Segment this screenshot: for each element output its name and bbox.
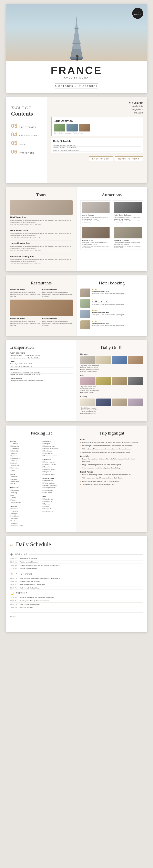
activity-11: Return to the hotel <box>20 607 33 608</box>
attr-img-0 <box>82 202 110 213</box>
outfit-morning-desc: • Top: White cotton short-sleeve• Bottom… <box>80 365 143 372</box>
highlight-item-riviera-2: Explore the old town of Antibes and its … <box>80 480 143 483</box>
cover-subtitle: TRAVEL ITINERARY <box>10 76 143 79</box>
attractions-grid: Louvre Museum Lorem ipsum dolor sit amet… <box>80 200 143 249</box>
hotel-section: Hotel booking ★★★★ Hotel Name Goes Here … <box>77 275 147 336</box>
highlight-item-loire-0: Explore the magnificent châteaux of the … <box>80 458 143 463</box>
easy-to-edit-button[interactable]: EASY TO EDIT <box>89 156 113 161</box>
pack-items-toiletries: Toothbrush Toothpaste Shampoo Conditione… <box>10 508 40 527</box>
highlight-item-paris-3: Stroll through the charming streets of M… <box>80 451 143 454</box>
toc-item-tours: 05 Tours <box>11 140 42 146</box>
hotel-item-2: ★★★★ Hotel Name Goes Here Lorem ipsum do… <box>80 310 143 318</box>
transport-outfit-page: Transportation FLIGHT DIRECTIONS Lorem i… <box>6 340 147 422</box>
pack-items-shoes: Sneakers Sandals Dress shoes Flip flops <box>10 475 40 486</box>
attr-desc-1: Lorem ipsum dolor sit amet, these will f… <box>114 216 142 220</box>
tour-item-0: Eiffel Tower Tour Lorem ipsum dolor sit … <box>10 216 73 225</box>
time-1: 09:30 AM <box>10 561 17 563</box>
ds-page-number: 04 <box>10 544 13 547</box>
attr-card-1: Notre-Dame Cathedral Lorem ipsum dolor s… <box>113 200 143 224</box>
pack-cat-shoes: Shoes <box>10 473 40 475</box>
tour-name-2: Louvre Museum Tour <box>10 242 73 245</box>
restaurant-image <box>10 300 73 316</box>
restaurants-grid: Restaurant Name Lorem ipsum dolor sit am… <box>10 288 73 297</box>
outfit-item-shirt <box>80 356 95 364</box>
svg-rect-4 <box>72 43 81 44</box>
outfit-morning-label: Morning <box>80 353 143 355</box>
ferry-label: FERRY TICKETS <box>10 377 73 379</box>
rest-desc-2: Lorem ipsum dolor sit amet, consectetur … <box>10 320 40 326</box>
outfit-item-shoe <box>112 356 127 364</box>
outfit-item-sandals <box>112 377 127 385</box>
pack-items-misc: Reusable bag Travel pillow Eye mask Snac… <box>42 498 73 513</box>
flight-row-1: Lorem ipsum dolor sit amet · Duration: 2… <box>10 357 73 359</box>
svg-rect-9 <box>77 58 78 61</box>
ds-preview-row-3: 01:30 PMWalk down Champs-Élysées <box>53 149 141 152</box>
toc-label-trip: Trip overview <box>19 126 36 129</box>
hotel-desc-3: Lorem ipsum dolor sit amet, consecutive … <box>92 324 124 327</box>
highlight-item-paris-0: Offer a stunning panoramic view that beg… <box>80 441 143 444</box>
eiffel-tower-icon <box>66 17 87 61</box>
daily-schedule-preview-title: Daily Schedule <box>53 140 141 143</box>
pack-items-accessories: Sunglasses Hat / cap Belt Jewelry Watch … <box>10 489 40 504</box>
hotel-img-0 <box>80 288 90 297</box>
time-4: 01:30 PM <box>10 577 17 579</box>
restaurant-item-0: Restaurant Name Lorem ipsum dolor sit am… <box>10 288 40 297</box>
attr-detail-3: Duration: 2 hrs Franc Price: $25 per per… <box>114 246 142 248</box>
activity-2: Explore Montmartre and visit the Basilic… <box>20 564 61 566</box>
tour-desc-2: Lorem ipsum dolor sit amet, consectetur … <box>10 245 73 250</box>
outfit-item-sunglasses <box>128 377 143 385</box>
time-9: 09:00 PM <box>10 600 17 602</box>
evening-entry-1: 09:00 PM Evening stroll through the hist… <box>10 599 143 602</box>
availability-info: A4 + US Letter Available in Google Docs … <box>51 101 143 115</box>
packing-col-right: Documents Passport Travel insurance Book… <box>42 439 73 527</box>
toc-label-attr: Attractions <box>19 152 34 154</box>
ready-to-print-button[interactable]: READY TO PRINT <box>115 156 143 161</box>
hotel-name-0: Hotel Name Goes Here <box>92 290 124 292</box>
pack-cat-electronics: Electronics <box>42 459 73 461</box>
outfit-item-dress <box>80 377 95 385</box>
trip-highlight-title: Trip highlight <box>80 430 143 436</box>
time-6: 04:30 PM <box>10 584 17 586</box>
cover-text-block: FRANCE TRAVEL ITINERARY 5 OCTOBER - 12 O… <box>6 61 147 93</box>
attr-card-3: Palace of Versailles Lorem ipsum dolor s… <box>113 226 143 249</box>
tour-detail-0: Price: $50 per person Duration: 2 hrs, D… <box>10 224 73 225</box>
pack-cat-documents: Documents <box>42 440 73 442</box>
packing-section: Packing list Clothing T-shirts (5) Blous… <box>6 426 77 532</box>
hotel-img-1 <box>80 299 90 308</box>
afternoon-entry-0: 01:30 PM Walk down the Champs-Élysées to… <box>10 577 143 580</box>
toc-item-attr: 06 Attractions <box>11 149 42 155</box>
svg-marker-0 <box>75 17 78 29</box>
ds-preview-row-1: 08:00 AMBreakfast at a local café <box>53 144 141 147</box>
highlight-cat-paris: Paris <box>80 439 143 441</box>
time-11: 11:00 PM <box>10 607 17 608</box>
pack-items-clothing: T-shirts (5) Blouses (3) Trousers (2) Sh… <box>10 442 40 472</box>
morning-entry-2: 11:00 AM Explore Montmartre and visit th… <box>10 564 143 567</box>
outfit-morning: Morning • Top: White cotton short-sleeve… <box>80 353 143 372</box>
toc-right: A4 + US Letter Available in Google Docs … <box>47 97 147 183</box>
tours-title: Tours <box>10 192 73 197</box>
outfit-evening-grid <box>80 399 143 406</box>
attr-name-3: Palace of Versailles <box>114 240 142 241</box>
tour-desc-1: Lorem ipsum dolor sit amet, consectetur … <box>10 232 73 237</box>
toc-label-tours: Tours <box>19 143 27 146</box>
activity-0: Breakfast at a local café <box>20 558 37 560</box>
afternoon-entry-2: 04:30 PM Walk from the hotel to Rantom c… <box>10 583 143 586</box>
tours-attractions-page: Tours Eiffel Tower Tour Lorem ipsum dolo… <box>6 187 147 271</box>
attr-desc-2: Lorem ipsum dolor sit amet, these will f… <box>82 242 110 245</box>
tour-item-3: Montmartre Walking Tour Lorem ipsum dolo… <box>10 255 73 264</box>
hotel-item-1: ★★★★ Hotel Name Goes Here Lorem ipsum do… <box>80 299 143 308</box>
pack-cat-misc: Misc <box>42 496 73 497</box>
activity-7: Walk through De Saint-Louis <box>20 587 40 589</box>
sun-icon: ☀ <box>10 553 13 556</box>
activity-3: Visit the Musée d'Orsay <box>20 568 37 569</box>
preview-caption: Day 1 - Giverny Loire Valley French Rivi… <box>54 132 140 134</box>
tour-name-1: Seine River Cruise <box>10 229 73 232</box>
tour-detail-3: Price: $20 per person Duration: 2 hrs, D… <box>10 262 73 264</box>
outfit-item-heels <box>112 399 127 406</box>
hotel-name-1: Hotel Name Goes Here <box>92 301 124 303</box>
outfit-evening: Evening • Top: Silk blouse in cream• Bot… <box>80 396 143 414</box>
highlight-item-loire-1: Enjoy a wine tasting session at one of t… <box>80 464 143 466</box>
evening-entry-0: 07:30 PM Dinner at the Musée du Louvre L… <box>10 596 143 599</box>
tour-desc-0: Lorem ipsum dolor sit amet, consectetur … <box>10 219 73 224</box>
evening-entry-2: 10:00 PM Walk through De Saint-Louis <box>10 602 143 606</box>
